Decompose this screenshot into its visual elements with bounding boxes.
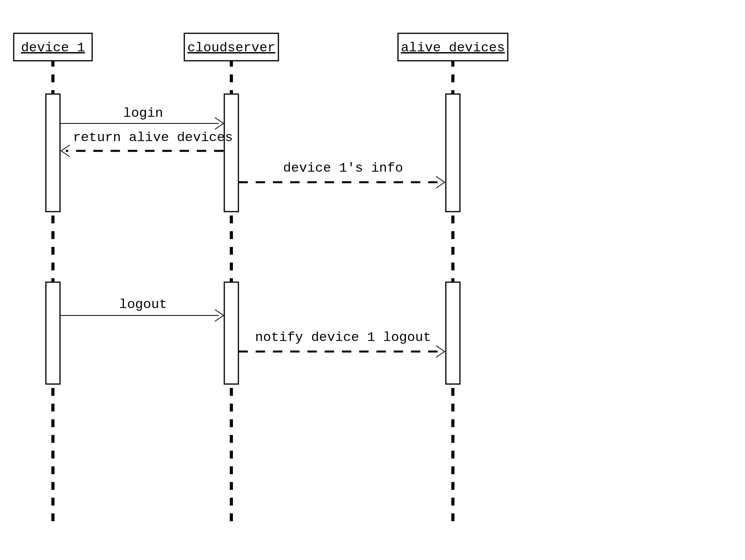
participant-device1: device 1 [14, 33, 92, 61]
message-notify-logout: notify device 1 logout [238, 330, 445, 357]
activation-cloudserver-1 [224, 94, 238, 212]
message-logout-label: logout [119, 297, 167, 312]
sequence-diagram: device 1 cloudserver alive devices login… [0, 0, 745, 560]
activation-alive-devices-2 [446, 282, 460, 384]
message-login-label: login [123, 106, 163, 121]
activation-alive-devices-1 [446, 94, 460, 212]
message-return-alive-devices-label: return alive devices [73, 130, 233, 145]
activation-device1-1 [46, 94, 60, 212]
message-login: login [60, 106, 224, 129]
message-device1-info: device 1's info [238, 161, 445, 188]
message-return-alive-devices: return alive devices [61, 130, 233, 157]
message-notify-logout-label: notify device 1 logout [255, 330, 431, 345]
participant-alive-devices: alive devices [398, 33, 508, 61]
activation-device1-2 [46, 282, 60, 384]
message-device1-info-label: device 1's info [283, 161, 403, 176]
participant-device1-label: device 1 [21, 40, 85, 55]
participant-cloudserver: cloudserver [184, 33, 278, 61]
message-logout: logout [60, 297, 224, 321]
activation-cloudserver-2 [224, 282, 238, 384]
participant-cloudserver-label: cloudserver [187, 40, 275, 55]
participant-alive-devices-label: alive devices [401, 40, 505, 55]
